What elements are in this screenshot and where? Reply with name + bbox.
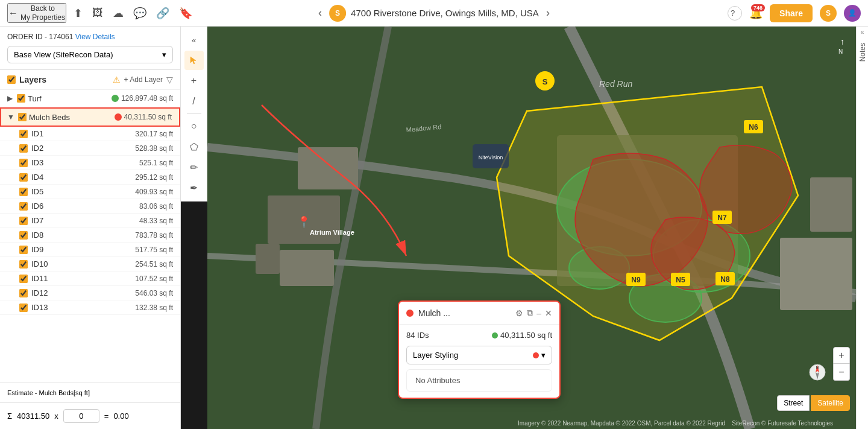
no-attributes-panel: No Attributes [406,369,552,392]
id7-checkbox[interactable] [19,217,28,225]
id12-size: 546.03 sq ft [135,289,173,297]
id10-checkbox[interactable] [19,260,28,269]
order-id: ORDER ID - 174061 View Details [7,33,173,41]
svg-text:N8: N8 [720,275,730,284]
view-details-link[interactable]: View Details [75,33,115,41]
mulch-beds-checkbox[interactable] [18,113,27,121]
upload-icon-btn[interactable]: ⬆ [71,4,85,22]
map-area: « + / ○ ⬠ ✏ ✒ [181,27,868,429]
popup-ids-label: 84 IDs [406,331,429,340]
sub-layer-id13[interactable]: ID13 132.38 sq ft [0,300,180,315]
property-title: 4700 Riverstone Drive, Owings Mills, MD,… [351,8,539,18]
notes-label[interactable]: Notes [858,38,867,66]
id3-checkbox[interactable] [19,159,28,167]
id8-checkbox[interactable] [19,231,28,240]
image-icon-btn[interactable]: 🖼 [90,4,105,22]
id5-checkbox[interactable] [19,188,28,196]
sub-layer-id11[interactable]: ID11 107.52 sq ft [0,272,180,286]
id12-checkbox[interactable] [19,289,28,297]
popup-minimize-button[interactable]: – [536,308,541,318]
draw-tool-button[interactable]: ✏ [184,157,204,177]
sub-layer-id2[interactable]: ID2 528.38 sq ft [0,141,180,156]
sub-layer-id3[interactable]: ID3 525.1 sq ft [0,156,180,170]
id2-label: ID2 [31,144,131,153]
id13-checkbox[interactable] [19,303,28,312]
id4-checkbox[interactable] [19,173,28,182]
cloud-icon-btn[interactable]: ☁ [110,4,126,22]
zoom-in-button[interactable]: + [833,347,850,364]
turf-layer-row[interactable]: ▶ Turf 126,897.48 sq ft [0,90,180,107]
estimate-result: 0.00 [113,412,128,421]
id8-label: ID8 [31,230,131,240]
layer-popup: Mulch ... ⚙ ⧉ – ✕ 84 IDs 40,311.50 sq ft [398,300,561,399]
id9-checkbox[interactable] [19,246,28,254]
svg-text:Red Run: Red Run [599,79,632,89]
notification-button[interactable]: 🔔 746 [749,7,763,20]
turf-checkbox[interactable] [17,94,25,103]
bookmark-icon-btn[interactable]: 🔖 [177,4,195,22]
street-view-button[interactable]: Street [777,395,810,411]
sub-layer-id1[interactable]: ID1 320.17 sq ft [0,127,180,141]
layers-header: Layers ⚠ + Add Layer ▽ [0,70,180,90]
help-button[interactable]: ? [728,6,742,21]
sub-layer-id5[interactable]: ID5 409.93 sq ft [0,185,180,199]
sub-layer-id7[interactable]: ID7 48.33 sq ft [0,214,180,228]
estimate-bar: Estimate - Mulch Beds[sq ft] [0,383,180,402]
popup-close-button[interactable]: ✕ [545,308,552,318]
chevron-down-icon: ▾ [162,50,166,59]
sub-layer-id8[interactable]: ID8 783.78 sq ft [0,228,180,243]
comment-icon-btn[interactable]: 💬 [131,4,149,22]
id2-size: 528.38 sq ft [135,144,173,153]
map-type-controls: Street Satellite [777,395,850,411]
line-tool-button[interactable]: / [184,92,204,111]
id4-size: 295.12 sq ft [135,173,173,182]
property-badge: S [329,5,346,22]
popup-settings-button[interactable]: ⚙ [515,308,523,318]
base-view-select[interactable]: Base View (SiteRecon Data) ▾ [7,46,173,63]
svg-text:N5: N5 [676,276,685,284]
next-property-button[interactable]: › [544,4,552,22]
pen-tool-button[interactable]: ✒ [184,178,204,197]
back-arrow-icon: ← [8,8,18,19]
circle-tool-button[interactable]: ○ [184,116,204,136]
id1-size: 320.17 sq ft [135,130,173,138]
sub-layer-id10[interactable]: ID10 254.51 sq ft [0,257,180,272]
select-tool-button[interactable] [184,51,204,70]
prev-property-button[interactable]: ‹ [316,4,324,22]
id2-checkbox[interactable] [19,144,28,153]
back-button[interactable]: ← Back to My Properties [7,3,66,23]
id1-checkbox[interactable] [19,130,28,138]
zoom-controls: + − [833,347,850,381]
turf-color-dot [112,95,119,102]
svg-text:📍: 📍 [297,215,311,229]
link-icon-btn[interactable]: 🔗 [154,4,172,22]
id11-checkbox[interactable] [19,275,28,283]
svg-text:N7: N7 [717,214,727,222]
sub-layer-id6[interactable]: ID6 83.06 sq ft [0,199,180,214]
id10-size: 254.51 sq ft [135,260,173,269]
header-right: ? 🔔 746 Share S 👤 [728,4,861,22]
filter-button[interactable]: ▽ [166,75,173,84]
svg-rect-2 [280,250,334,286]
polygon-tool-button[interactable]: ⬠ [184,137,204,156]
turf-expand-button[interactable]: ▶ [5,93,14,104]
zoom-in-tool-button[interactable]: + [184,71,204,91]
add-layer-button[interactable]: + Add Layer [124,75,163,84]
id6-checkbox[interactable] [19,202,28,211]
popup-layer-styling-select[interactable]: Layer Styling ▾ [406,346,552,364]
popup-header: Mulch ... ⚙ ⧉ – ✕ [399,302,559,325]
satellite-view-button[interactable]: Satellite [811,395,850,411]
share-button[interactable]: Share [770,4,813,22]
mulch-beds-expand-button[interactable]: ▼ [6,112,16,122]
toolbar-collapse-button[interactable]: « [184,30,204,49]
notes-collapse-button[interactable]: « [858,27,867,38]
popup-copy-button[interactable]: ⧉ [527,308,533,318]
zoom-out-button[interactable]: − [833,364,850,381]
sub-layer-id12[interactable]: ID12 546.03 sq ft [0,286,180,300]
sub-layer-id9[interactable]: ID9 517.75 sq ft [0,243,180,257]
mulch-beds-color-dot [115,113,122,121]
sub-layer-id4[interactable]: ID4 295.12 sq ft [0,170,180,185]
estimate-multiplier-input[interactable] [63,409,99,423]
layers-master-checkbox[interactable] [7,75,16,84]
mulch-beds-layer-row[interactable]: ▼ Mulch Beds 40,311.50 sq ft [0,107,180,127]
